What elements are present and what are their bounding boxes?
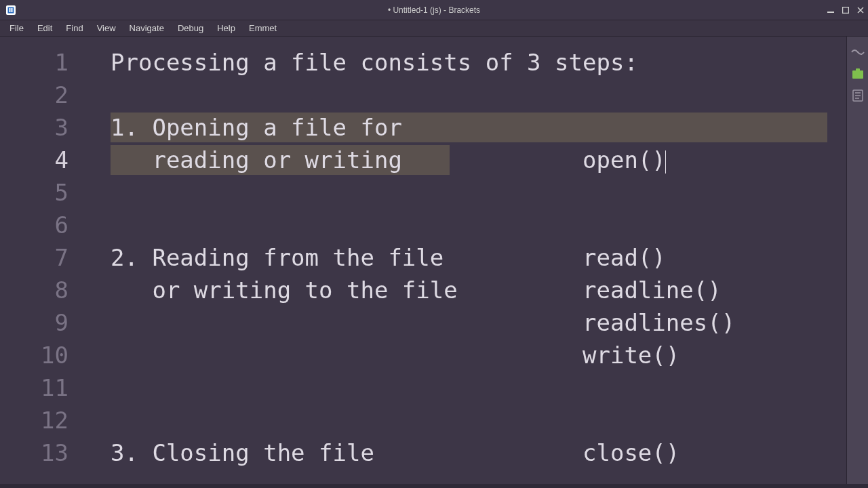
maximize-button[interactable] [838, 0, 853, 20]
code-line[interactable] [85, 79, 837, 111]
vertical-scrollbar[interactable] [837, 37, 846, 488]
svg-rect-1 [8, 7, 14, 13]
brackets-app-icon [5, 5, 16, 16]
close-button[interactable] [853, 0, 868, 20]
line-number: 4 [0, 144, 85, 176]
menu-bar: File Edit Find View Navigate Debug Help … [0, 20, 868, 37]
line-number: 12 [0, 404, 85, 436]
menu-item-view[interactable]: View [90, 21, 123, 35]
menu-item-find[interactable]: Find [59, 21, 90, 35]
line-number: 1 [0, 46, 85, 79]
code-line[interactable]: 1. Opening a file for [85, 111, 837, 144]
window-controls [823, 0, 868, 20]
minimize-button[interactable] [823, 0, 838, 20]
menu-item-debug[interactable]: Debug [171, 21, 210, 35]
code-line[interactable]: reading or writing open() [85, 144, 837, 176]
main-area: 1 2 3 4 5 6 7 8 9 10 11 12 13 Processing… [0, 37, 868, 488]
menu-item-emmet[interactable]: Emmet [242, 21, 283, 35]
code-editor[interactable]: Processing a file consists of 3 steps: 1… [85, 37, 837, 488]
extension-manager-icon[interactable] [850, 68, 865, 80]
code-line[interactable]: or writing to the file readline() [85, 274, 837, 306]
svg-rect-3 [12, 8, 13, 12]
code-line[interactable] [85, 209, 837, 241]
code-line[interactable]: write() [85, 339, 837, 371]
menu-item-help[interactable]: Help [210, 21, 242, 35]
code-line[interactable] [85, 404, 837, 436]
code-line[interactable]: 3. Closing the file close() [85, 436, 837, 469]
right-toolbar [846, 37, 868, 488]
text-cursor [665, 150, 666, 174]
code-line[interactable] [85, 176, 837, 209]
svg-rect-9 [856, 68, 860, 71]
line-number: 5 [0, 176, 85, 209]
line-number: 7 [0, 241, 85, 274]
line-number: 13 [0, 436, 85, 469]
line-number: 9 [0, 306, 85, 339]
line-number-gutter: 1 2 3 4 5 6 7 8 9 10 11 12 13 [0, 37, 85, 488]
window-title: • Untitled-1 (js) - Brackets [388, 5, 480, 15]
line-number: 3 [0, 111, 85, 144]
line-number: 2 [0, 79, 85, 111]
live-preview-icon[interactable] [850, 46, 865, 58]
code-line[interactable]: 2. Reading from the file read() [85, 241, 837, 274]
menu-item-edit[interactable]: Edit [31, 21, 59, 35]
svg-rect-8 [852, 70, 863, 79]
svg-rect-2 [9, 8, 11, 12]
code-line[interactable] [85, 371, 837, 404]
line-number: 8 [0, 274, 85, 306]
svg-rect-4 [827, 12, 834, 13]
document-outline-icon[interactable] [850, 89, 865, 102]
status-bar [0, 484, 868, 488]
line-number: 11 [0, 371, 85, 404]
code-line[interactable]: Processing a file consists of 3 steps: [85, 46, 837, 79]
svg-rect-5 [843, 7, 849, 13]
code-line[interactable]: readlines() [85, 306, 837, 339]
line-number: 10 [0, 339, 85, 371]
menu-item-navigate[interactable]: Navigate [123, 21, 171, 35]
menu-item-file[interactable]: File [3, 21, 31, 35]
title-bar: • Untitled-1 (js) - Brackets [0, 0, 868, 20]
line-number: 6 [0, 209, 85, 241]
